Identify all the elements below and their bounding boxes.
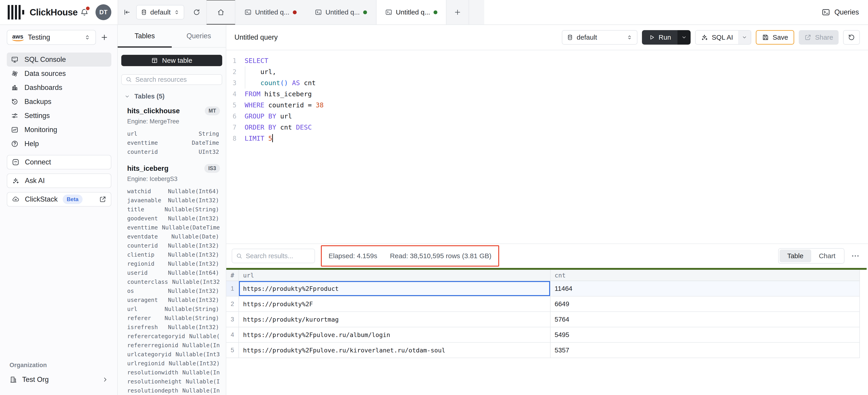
- query-history-button[interactable]: [843, 30, 860, 45]
- column-name: userid: [127, 270, 148, 276]
- collapse-panel-button[interactable]: [118, 0, 135, 25]
- query-database-selector[interactable]: default: [562, 30, 638, 45]
- home-tab-button[interactable]: [206, 0, 235, 25]
- result-row[interactable]: 3https://produkty/kurortmag5764: [226, 312, 859, 327]
- sql-token: GROUP BY: [245, 112, 276, 120]
- sidebar-item-data-sources[interactable]: Data sources: [7, 66, 111, 81]
- console-icon: [11, 56, 19, 63]
- elapsed-stat: Elapsed: 4.159s: [329, 252, 377, 260]
- organization-row[interactable]: Test Org: [7, 373, 111, 386]
- sql-token: counterid =: [264, 101, 316, 109]
- notification-dot: [85, 6, 91, 11]
- result-cell-cnt[interactable]: 6649: [551, 297, 859, 311]
- column-name: url: [127, 306, 137, 312]
- engine-badge: MT: [205, 107, 220, 115]
- sidebar-item-sql-console[interactable]: SQL Console: [7, 53, 111, 66]
- save-button[interactable]: Save: [756, 30, 794, 45]
- sql-ai-button[interactable]: SQL AI: [695, 31, 738, 44]
- sidebar-item-label: Backups: [25, 97, 51, 106]
- back-to-start-icon: [123, 8, 130, 16]
- tables-section-label: Tables (5): [134, 93, 164, 100]
- result-row[interactable]: 1https://produkty%2Fproduct11464: [226, 281, 859, 297]
- table-entry-header[interactable]: hits_clickhouseMT: [127, 107, 220, 115]
- tab-tables[interactable]: Tables: [118, 25, 172, 47]
- column-type: Nullable(I: [189, 333, 220, 339]
- new-tab-button[interactable]: [446, 0, 469, 25]
- workspace-selector[interactable]: aws Testing: [7, 30, 96, 45]
- brand-title: ClickHouse: [30, 7, 78, 18]
- column-row: isrefreshNullable(Int32): [127, 322, 220, 332]
- result-cell-url[interactable]: https://produkty%2Fpulove.ru/album/login: [239, 327, 551, 342]
- tables-section-toggle[interactable]: Tables (5): [124, 93, 222, 100]
- sparkles-icon: [12, 177, 20, 185]
- result-cell-cnt[interactable]: 11464: [551, 281, 859, 296]
- chevron-updown-icon: [84, 34, 91, 40]
- sql-editor[interactable]: 1SELECT2 url,3 count() AS cnt4FROM hits_…: [226, 50, 868, 244]
- sidebar-boxes: ConnectAsk AIClickStackBeta: [7, 155, 111, 206]
- column-row: useridNullable(Int64): [127, 268, 220, 277]
- query-tab[interactable]: Untitled q...: [376, 0, 446, 25]
- result-row[interactable]: 5https://produkty%2Fpulove.ru/kiroverlan…: [226, 343, 859, 358]
- sql-token: DESC: [296, 123, 312, 131]
- connect-icon: [12, 158, 20, 166]
- result-cell-url[interactable]: https://produkty%2Fpulove.ru/kiroverlane…: [239, 343, 551, 358]
- run-options-button[interactable]: [678, 30, 691, 45]
- sidebar-box-clickstack[interactable]: ClickStackBeta: [7, 192, 111, 206]
- result-cell-cnt[interactable]: 5357: [551, 343, 859, 358]
- results-header-url[interactable]: url: [239, 270, 551, 281]
- sidebar-item-settings[interactable]: Settings: [7, 109, 111, 123]
- notifications-bell-button[interactable]: [80, 8, 89, 17]
- search-results-input[interactable]: [246, 252, 311, 260]
- column-type: Nullable(Int64): [168, 188, 219, 195]
- sidebar-item-help[interactable]: Help: [7, 137, 111, 151]
- column-type: Nullable(Int32): [168, 297, 219, 303]
- column-type: UInt32: [199, 148, 219, 155]
- add-service-button[interactable]: [97, 30, 111, 45]
- result-cell-url[interactable]: https://produkty/kurortmag: [239, 312, 551, 327]
- column-row: urlregionidNullable(Int32): [127, 359, 220, 368]
- clickhouse-logo: [8, 5, 24, 20]
- editor-line: 4FROM hits_iceberg: [226, 89, 868, 100]
- results-more-button[interactable]: [851, 251, 860, 260]
- result-row[interactable]: 4https://produkty%2Fpulove.ru/album/logi…: [226, 327, 859, 343]
- view-toggle-table[interactable]: Table: [779, 250, 811, 262]
- queries-panel-button[interactable]: Queries: [822, 8, 859, 17]
- query-tab[interactable]: Untitled q...: [306, 0, 376, 25]
- result-cell-cnt[interactable]: 5764: [551, 312, 859, 327]
- sidebar-item-monitoring[interactable]: Monitoring: [7, 123, 111, 137]
- user-avatar[interactable]: DT: [95, 4, 111, 20]
- result-cell-cnt[interactable]: 5495: [551, 327, 859, 342]
- view-toggle-chart[interactable]: Chart: [811, 250, 843, 262]
- column-row: watchidNullable(Int64): [127, 187, 220, 196]
- column-type: Nullable(String): [164, 206, 219, 213]
- tab-queries[interactable]: Queries: [172, 25, 226, 47]
- run-button[interactable]: Run: [642, 30, 678, 45]
- query-title: Untitled query: [235, 33, 278, 41]
- table-entry-header[interactable]: hits_icebergIS3: [127, 164, 220, 173]
- result-row-index: 5: [226, 343, 239, 358]
- result-cell-url[interactable]: https://produkty%2Fproduct: [239, 281, 551, 296]
- column-row: counteridNullable(Int32): [127, 241, 220, 250]
- sidebar-box-ask-ai[interactable]: Ask AI: [7, 173, 111, 188]
- result-row[interactable]: 2https://produkty%2F6649: [226, 297, 859, 312]
- share-button[interactable]: Share: [799, 30, 839, 45]
- search-resources-input[interactable]: [135, 76, 218, 83]
- result-cell-url[interactable]: https://produkty%2F: [239, 297, 551, 311]
- app-root: ClickHouse DT default Untitled q...Untit…: [0, 0, 868, 395]
- sql-ai-options-button[interactable]: [738, 31, 751, 44]
- sidebar-item-backups[interactable]: Backups: [7, 95, 111, 109]
- chevron-down-icon: [124, 94, 130, 99]
- query-tab[interactable]: Untitled q...: [235, 0, 306, 25]
- table-engine: Engine: IcebergS3: [127, 175, 220, 182]
- column-row: clientipNullable(Int32): [127, 250, 220, 259]
- sidebar-box-connect[interactable]: Connect: [7, 155, 111, 169]
- column-type: Nullable(Int32): [168, 215, 219, 222]
- editor-code: count() AS cnt: [244, 78, 316, 89]
- database-selector[interactable]: default: [136, 5, 184, 20]
- column-name: title: [127, 206, 144, 213]
- column-name: watchid: [127, 188, 151, 195]
- sidebar-item-dashboards[interactable]: Dashboards: [7, 81, 111, 95]
- results-header-cnt[interactable]: cnt: [551, 270, 859, 281]
- new-table-button[interactable]: New table: [121, 55, 222, 66]
- refresh-button[interactable]: [187, 0, 206, 25]
